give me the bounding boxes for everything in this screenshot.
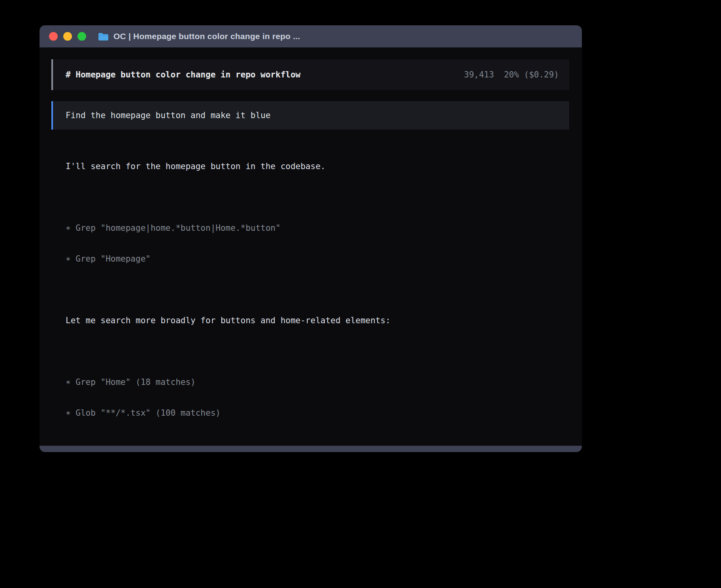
maximize-button[interactable] bbox=[77, 32, 86, 41]
tool-call-line: ∗ Grep "Home" (18 matches) bbox=[66, 377, 569, 387]
assistant-line: Let me search more broadly for buttons a… bbox=[66, 315, 569, 326]
terminal-content: # Homepage button color change in repo w… bbox=[40, 47, 582, 446]
tool-call-group: ∗ Grep "Home" (18 matches) ∗ Glob "**/*.… bbox=[66, 356, 569, 439]
user-message-text: Find the homepage button and make it blu… bbox=[66, 111, 270, 120]
titlebar: OC | Homepage button color change in rep… bbox=[40, 25, 582, 47]
session-title: # Homepage button color change in repo w… bbox=[66, 70, 300, 79]
tool-call-group: ∗ Grep "homepage|home.*button|Home.*butt… bbox=[66, 202, 569, 285]
traffic-lights bbox=[49, 32, 86, 41]
window-bottom-edge bbox=[40, 446, 582, 452]
title-group: OC | Homepage button color change in rep… bbox=[98, 32, 300, 41]
folder-icon bbox=[98, 32, 109, 41]
terminal-window: OC | Homepage button color change in rep… bbox=[40, 25, 582, 452]
window-title: OC | Homepage button color change in rep… bbox=[113, 32, 300, 41]
token-stats: 39,413 20% ($0.29) bbox=[464, 70, 559, 79]
minimize-button[interactable] bbox=[63, 32, 72, 41]
tool-call-line: ∗ Glob "**/*.tsx" (100 matches) bbox=[66, 408, 569, 418]
assistant-message: Let me search more broadly for buttons a… bbox=[66, 295, 569, 346]
tool-call-line: ∗ Grep "Homepage" bbox=[66, 254, 569, 264]
assistant-line: I'll search for the homepage button in t… bbox=[66, 161, 569, 172]
session-header: # Homepage button color change in repo w… bbox=[51, 59, 569, 90]
close-button[interactable] bbox=[49, 32, 58, 41]
user-message: Find the homepage button and make it blu… bbox=[51, 101, 569, 130]
assistant-message: I'll search for the homepage button in t… bbox=[66, 141, 569, 192]
tool-call-line: ∗ Grep "homepage|home.*button|Home.*butt… bbox=[66, 223, 569, 233]
